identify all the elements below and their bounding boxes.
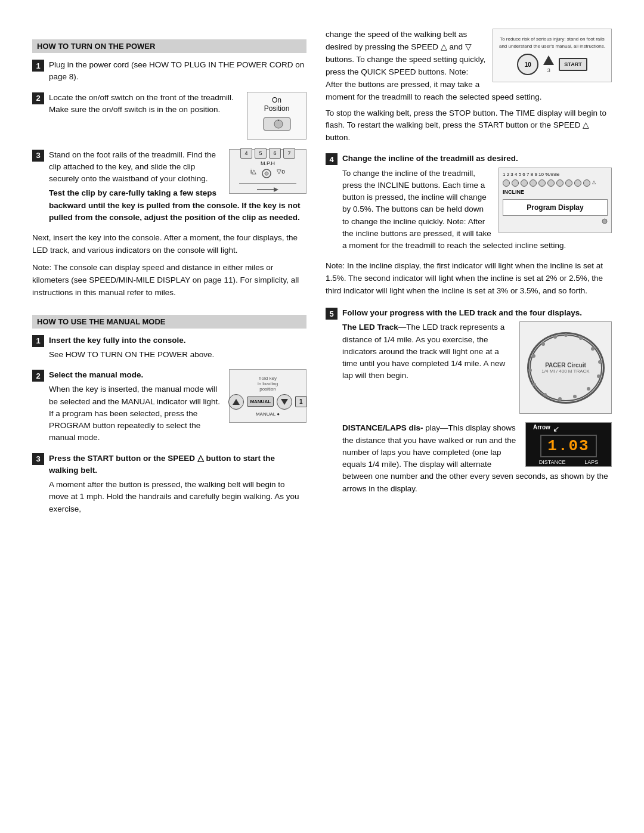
key-4: 4 bbox=[240, 148, 252, 159]
vo-symbol: ▽o bbox=[277, 168, 285, 179]
incline-label: INCLINE bbox=[503, 189, 608, 195]
incline-dot-1 bbox=[503, 179, 510, 187]
manual-step-content-3: Press the START button or the SPEED △ bu… bbox=[49, 453, 306, 518]
incline-dots: △ bbox=[503, 179, 608, 187]
step-num-1: 1 bbox=[32, 60, 44, 72]
key-6: 6 bbox=[269, 148, 281, 159]
distance-label-row: DISTANCE LAPS bbox=[530, 459, 608, 465]
svg-point-4 bbox=[265, 172, 268, 175]
led-dots-ring bbox=[524, 326, 608, 410]
incline-note: Note: In the incline display, the first … bbox=[326, 260, 612, 298]
svg-point-18 bbox=[532, 383, 536, 386]
step-5: 5 Follow your progress with the LED trac… bbox=[326, 307, 612, 497]
distance-label: DISTANCE bbox=[539, 459, 566, 465]
svg-point-21 bbox=[541, 342, 545, 346]
step-num-4: 4 bbox=[326, 153, 338, 165]
svg-point-13 bbox=[597, 374, 600, 378]
incline-dot-6 bbox=[547, 179, 555, 187]
section-header-manual: HOW TO USE THE MANUAL MODE bbox=[32, 315, 306, 329]
svg-point-20 bbox=[532, 354, 535, 358]
warning-section: To reduce risk of serious injury: stand … bbox=[326, 29, 612, 107]
svg-point-17 bbox=[543, 393, 547, 397]
distance-laps-label: DISTANCE/LAPS dis- bbox=[342, 423, 423, 432]
distance-figure: Arrow ↙ 1.03 DISTANCE LAPS bbox=[525, 422, 612, 467]
program-display-box: Program Display bbox=[503, 199, 608, 216]
triangle-up-icon bbox=[233, 399, 240, 405]
left-column: HOW TO TURN ON THE POWER 1 Plug in the p… bbox=[32, 29, 306, 804]
step-content-5: Follow your progress with the LED track … bbox=[342, 307, 612, 497]
step-manual-3: 3 Press the START button or the SPEED △ … bbox=[32, 453, 306, 518]
step4-bold: Change the incline of the treadmill as d… bbox=[342, 153, 612, 165]
svg-point-8 bbox=[530, 335, 602, 401]
led-oval-container: PACER Circuit 1/4 MI / 400 M TRACK bbox=[524, 326, 608, 410]
incline-dot-5 bbox=[538, 179, 546, 187]
manual-step3-bold: Press the START button or the SPEED △ bu… bbox=[49, 453, 306, 477]
svg-point-7 bbox=[602, 219, 607, 224]
manual-step-content-1: Insert the key fully into the console. S… bbox=[49, 335, 306, 364]
step-power-1: 1 Plug in the power cord (see HOW TO PLU… bbox=[32, 59, 306, 86]
laps-label: LAPS bbox=[584, 459, 598, 465]
svg-point-10 bbox=[579, 336, 583, 340]
down-arrow-btn[interactable] bbox=[277, 394, 292, 410]
btn-10-circle: 10 bbox=[517, 54, 538, 75]
keys-figure: 4 5 6 7 M.P.H i△ ▽o bbox=[229, 149, 306, 194]
manual-step-num-2: 2 bbox=[32, 370, 44, 382]
clip-arrow bbox=[256, 186, 280, 194]
step-content-1: Plug in the power cord (see HOW TO PLUG … bbox=[49, 59, 306, 86]
small-circle-indicator bbox=[503, 218, 608, 225]
manual-step1-bold: Insert the key fully into the console. bbox=[49, 335, 306, 346]
manual-step3-text: A moment after the button is pressed, th… bbox=[49, 479, 306, 515]
warning-figure: To reduce risk of serious injury: stand … bbox=[493, 29, 612, 82]
svg-point-19 bbox=[528, 368, 532, 372]
manual-indicator-label: MANUAL ● bbox=[256, 411, 280, 417]
arrow-row: Arrow ↙ bbox=[530, 424, 608, 433]
warning-text: To reduce risk of serious injury: stand … bbox=[496, 36, 609, 51]
manual-step-content-2: hold keyin loadingposition MANUAL 1 MANU… bbox=[49, 369, 306, 447]
mph-label: M.P.H bbox=[261, 160, 275, 166]
arrow-group: 3 bbox=[543, 55, 554, 73]
arrow-text: Arrow bbox=[533, 424, 550, 433]
incline-dot-3 bbox=[521, 179, 528, 187]
manual-mode-figure: hold keyin loadingposition MANUAL 1 MANU… bbox=[229, 369, 306, 423]
manual-step-num-3: 3 bbox=[32, 453, 44, 465]
i-symbol: i△ bbox=[250, 168, 256, 179]
manual-top-label: hold keyin loadingposition bbox=[258, 376, 278, 392]
svg-point-22 bbox=[553, 335, 557, 339]
stop-text: To stop the walking belt, press the STOP… bbox=[326, 107, 612, 145]
manual-buttons-row: MANUAL 1 bbox=[228, 394, 306, 410]
key-5: 5 bbox=[255, 148, 267, 159]
clip-key-icon bbox=[261, 168, 272, 179]
manual-step-num-1: 1 bbox=[32, 335, 44, 347]
step-power-3: 3 4 5 6 7 M.P.H i△ bbox=[32, 149, 306, 227]
distance-section: Arrow ↙ 1.03 DISTANCE LAPS DISTANCE/LAPS… bbox=[342, 422, 612, 497]
incline-dot-2 bbox=[512, 179, 519, 187]
on-position-figure: On Position bbox=[247, 92, 306, 140]
btn-3-label: 3 bbox=[547, 67, 550, 73]
step-num-5: 5 bbox=[326, 308, 338, 320]
on-label: On bbox=[272, 96, 281, 104]
svg-point-11 bbox=[591, 347, 595, 351]
svg-point-9 bbox=[564, 333, 568, 337]
indicator-dot-icon bbox=[602, 218, 608, 224]
program-btn[interactable]: MANUAL bbox=[247, 397, 274, 407]
led-track-figure: PACER Circuit 1/4 MI / 400 M TRACK bbox=[519, 321, 612, 414]
up-arrow-btn[interactable] bbox=[228, 394, 244, 410]
svg-point-15 bbox=[573, 395, 577, 398]
step-num-3: 3 bbox=[32, 150, 44, 162]
step-manual-1: 1 Insert the key fully into the console.… bbox=[32, 335, 306, 364]
incline-dot-4 bbox=[530, 179, 537, 187]
svg-marker-6 bbox=[274, 187, 278, 192]
speed-up-arrow bbox=[543, 55, 554, 65]
incline-numbers-row: 1 2 3 4 5 6 7 8 9 10 %/mile bbox=[503, 172, 608, 177]
step-4: 4 Change the incline of the treadmill as… bbox=[326, 153, 612, 254]
power-note2: Note: The console can display speed and … bbox=[32, 262, 306, 299]
program-display-figure: 1 2 3 4 5 6 7 8 9 10 %/mile △ bbox=[499, 168, 612, 233]
step1-text: Plug in the power cord (see HOW TO PLUG … bbox=[49, 59, 306, 83]
step-content-3: 4 5 6 7 M.P.H i△ ▽o bbox=[49, 149, 306, 227]
clip-arrow-icon bbox=[256, 186, 280, 193]
page: HOW TO TURN ON THE POWER 1 Plug in the p… bbox=[0, 0, 644, 833]
key-7: 7 bbox=[283, 148, 295, 159]
step5-bold: Follow your progress with the LED track … bbox=[342, 307, 612, 319]
incline-dot-9 bbox=[574, 179, 581, 187]
one-btn[interactable]: 1 bbox=[295, 396, 307, 407]
